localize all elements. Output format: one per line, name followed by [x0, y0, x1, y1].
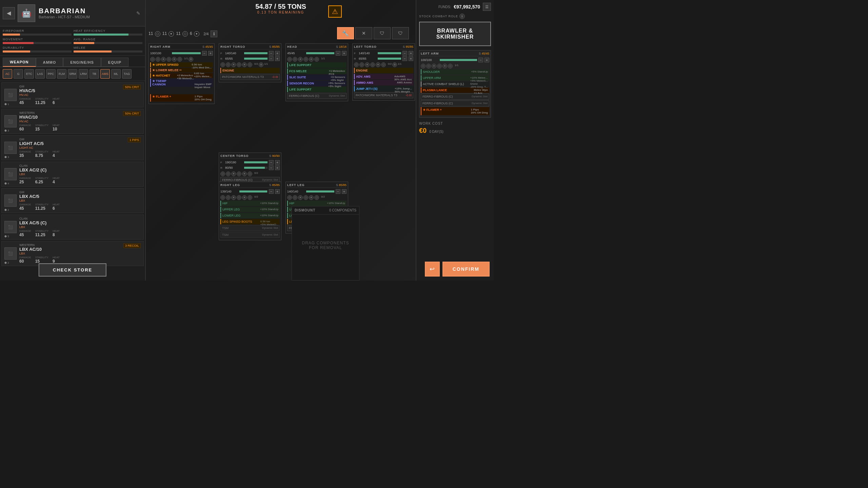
action-buttons: 🔧 ✕ 🛡 🛡	[337, 27, 409, 39]
edit-mech-button[interactable]: ✎	[134, 9, 142, 17]
lt-hp-f-minus[interactable]: −	[402, 51, 407, 56]
rt-engine[interactable]: ENGINE	[220, 68, 280, 73]
rl-hip[interactable]: HIP +10% StandUp	[220, 201, 280, 206]
filter-lrm[interactable]: LRM	[79, 69, 88, 79]
tab-engine-hs[interactable]: ENGINE/HS	[63, 58, 101, 67]
head-hp-minus[interactable]: −	[336, 51, 340, 56]
la-plasma-lance[interactable]: PLASMA LANCE Melee Wpn+1 Acc	[421, 87, 489, 93]
rt-hp-f-plus[interactable]: +	[275, 51, 280, 56]
ra-upper-spiked[interactable]: ★ UPPER SPIKED 0.56 ton-10% Med Dm...	[150, 62, 213, 67]
la-ferro2[interactable]: FERRO-FIBROUS (C) Dynamic Slot	[421, 100, 489, 106]
filter-ams[interactable]: AMS	[100, 69, 110, 79]
filter-ml[interactable]: ML	[111, 69, 121, 79]
ll-hp-plus[interactable]: +	[342, 189, 347, 194]
right-torso-slots: S 85/85	[269, 45, 280, 48]
rt-hp-f-minus[interactable]: −	[269, 51, 274, 56]
stats-section: FIREPOWER HEAT EFFICIENCY MOVEMENT AVG. …	[0, 26, 145, 56]
role-info-button[interactable]: ℹ	[459, 14, 465, 19]
weapon-tag-lbxac5c: LBX	[19, 225, 141, 229]
right-arm-hp-plus[interactable]: +	[208, 51, 213, 56]
rl-upper-leg[interactable]: UPPER LEG +10% StandUp	[220, 207, 280, 212]
la-flamer[interactable]: ★ FLAMER + 1 Pips20% OH Dmg	[421, 107, 489, 115]
ra-icon-2: ⬡	[156, 57, 160, 62]
rt-hp-r-plus[interactable]: +	[275, 56, 280, 61]
la-hp-plus[interactable]: +	[485, 58, 489, 62]
check-store-button[interactable]: CHECK STORE	[39, 263, 106, 277]
lt-jump-jet[interactable]: JUMP JET-I (S) +15% Jump...50% Weight	[354, 86, 413, 92]
ct-hp-f-plus[interactable]: +	[275, 160, 280, 165]
weapon-item-lbxac10[interactable]: ⬛ WESTERN LBX AC/10 LBX DAMAGE60 STABILI…	[1, 241, 144, 266]
filter-etc[interactable]: ETC	[24, 69, 34, 79]
x-button[interactable]: ✕	[355, 27, 372, 39]
weapon-item-lbxac2c[interactable]: ⬛ CLAN LBX AC/2 (C) LBX DAMAGE25 STABILI…	[1, 162, 144, 187]
lt-ammo-ams[interactable]: AMMO AMS AMS Ammo	[354, 80, 413, 85]
confirm-button[interactable]: CONFIRM	[442, 262, 490, 277]
weapon-item-lbxac5c[interactable]: ⬛ CLAN LBX AC/5 (C) LBX DAMAGE45 STABILI…	[1, 215, 144, 240]
la-upper-arm[interactable]: UPPER ARM +10% Melee...+5% MeleeS...	[421, 75, 489, 81]
slot-icon-2: ✦	[169, 31, 174, 37]
rt-hp-r-minus[interactable]: −	[269, 56, 274, 61]
filter-g[interactable]: G	[14, 69, 23, 79]
filter-tb[interactable]: TB	[90, 69, 99, 79]
weapon-info-lbxac5: GM LBX AC/5 LBX DAMAGE45 STABILITY11.25 …	[19, 190, 141, 211]
weapon-item-hvac10[interactable]: ⬛ WESTERN HVAC/10 HV.AC DAMAGE60 STABILI…	[1, 109, 144, 134]
center-torso-title: CENTER TORSO	[220, 154, 249, 158]
filter-flm[interactable]: FLM	[57, 69, 66, 79]
menu-button[interactable]: ☰	[483, 3, 491, 11]
weight-max: 55	[278, 3, 285, 10]
ct-hp-f-minus[interactable]: −	[269, 160, 274, 165]
la-hp-minus[interactable]: −	[478, 58, 483, 62]
rl-leg-spiked-boots[interactable]: LEG SPIKED BOOTS 0.56 ton+5% MeleeO...	[220, 219, 280, 224]
head-hp-plus[interactable]: +	[342, 51, 347, 56]
undo-button[interactable]: ↩	[425, 262, 440, 277]
rl-lower-leg[interactable]: LOWER LEG +10% StandUp	[220, 213, 280, 218]
la-shoulder[interactable]: SHOULDER +5% StandUp	[421, 69, 489, 75]
ra-flamer[interactable]: ★ FLAMER + 1 Pips20% OH Dmg	[150, 94, 213, 102]
head-life-support[interactable]: LIFE SUPPORT	[287, 62, 347, 68]
right-arm-hp-minus[interactable]: −	[202, 51, 207, 56]
mech-subtitle: Barbarian - HCT-S7 - MEDIUM	[39, 15, 134, 19]
rl-hp-plus[interactable]: +	[275, 189, 280, 194]
lt-hp-r-minus[interactable]: −	[402, 56, 407, 61]
lt-hp-r-plus[interactable]: +	[409, 56, 413, 61]
shield2-button[interactable]: 🛡	[392, 27, 409, 39]
warning-icon[interactable]: ⚠	[328, 5, 342, 18]
shield-button[interactable]: 🛡	[374, 27, 391, 39]
weapon-item-hvac5[interactable]: ⬛ GM HVAC/5 HV.AC DAMAGE45 STABILITY11.2…	[1, 82, 144, 107]
left-torso-slots: S 85/85	[403, 45, 413, 48]
weapon-item-lightac5[interactable]: ⬛ GM LIGHT AC/5 LIGHT AC DAMAGE35 STABIL…	[1, 135, 144, 160]
melee-fill	[74, 50, 112, 53]
head-slic-suite[interactable]: SLIC SUITE +3 Sensors+5% Sight	[287, 75, 347, 80]
tab-equip[interactable]: EQUIP	[101, 58, 129, 67]
tab-ammo[interactable]: AMMO	[36, 58, 63, 67]
filter-tag[interactable]: TAG	[122, 69, 132, 79]
left-torso-header: LEFT TORSO S 85/85	[354, 45, 413, 49]
weapon-item-lbxac5[interactable]: ⬛ GM LBX AC/5 LBX DAMAGE45 STABILITY11.2…	[1, 188, 144, 213]
ct-hp-r-plus[interactable]: +	[275, 165, 280, 170]
head-fcs-melee[interactable]: FCS MELEE +1 MeleeAccFCS	[287, 68, 347, 74]
lt-engine[interactable]: ENGINE	[354, 68, 413, 73]
left-torso-title: LEFT TORSO	[354, 45, 377, 48]
filter-ac[interactable]: AC	[3, 69, 12, 79]
rt-patchwork[interactable]: PATCHWORK MATERIALS T3 -0.6t	[220, 74, 280, 80]
work-cost-value: €0	[419, 127, 427, 135]
ll-hp-minus[interactable]: −	[336, 189, 340, 194]
head-ferro[interactable]: FERRO-FIBROUS (C) Dynamic Slot	[287, 93, 347, 99]
back-button[interactable]: ◀	[3, 7, 15, 19]
ll-hip[interactable]: HIP +10% StandUp	[287, 201, 347, 206]
filter-srm[interactable]: SRM	[68, 69, 77, 79]
right-leg-slots: S 85/85	[269, 183, 280, 187]
la-active-shield[interactable]: ACTIVE COMBAT SHIELD (L) Shield-20% Dmg.…	[421, 81, 489, 87]
lt-hp-f-plus[interactable]: +	[409, 51, 413, 56]
rl-hp-minus[interactable]: −	[269, 189, 274, 194]
wrench-button[interactable]: 🔧	[337, 27, 354, 39]
lt-adv-ams[interactable]: ADV. AMS AdvAMS30% AMS Acc	[354, 74, 413, 79]
tab-weapon[interactable]: WEAPON	[3, 58, 36, 67]
filter-las[interactable]: LAS	[35, 69, 45, 79]
melee-label: MELEE	[74, 46, 142, 49]
filter-ppc[interactable]: PPC	[46, 69, 56, 79]
head-sensor-recon[interactable]: SENSOR RECON +5% Sensors+5% Sight	[287, 81, 347, 86]
info-button[interactable]: ℹ	[211, 30, 217, 37]
ct-hp-r-minus[interactable]: −	[269, 165, 274, 170]
rl-tsm2[interactable]: TSM Dynamic Slot	[220, 232, 280, 238]
